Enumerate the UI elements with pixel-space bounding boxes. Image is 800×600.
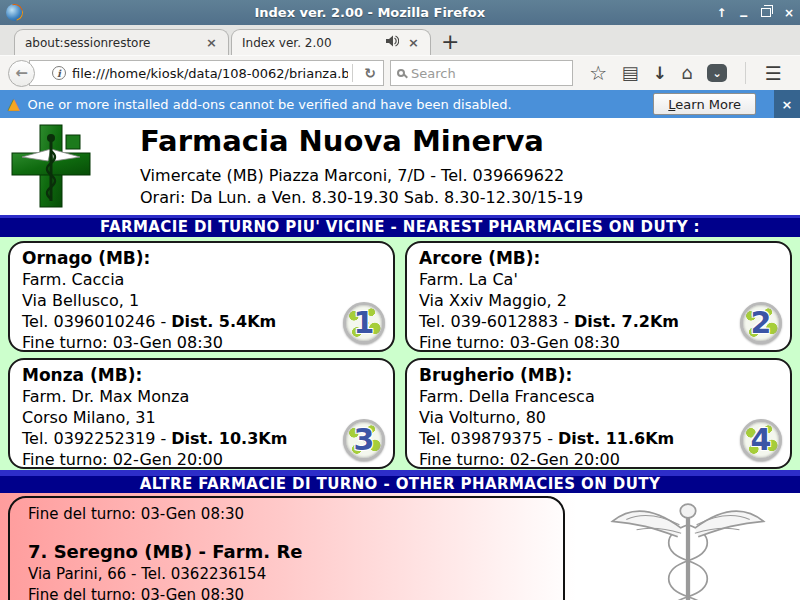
home-icon[interactable]: ⌂	[681, 64, 692, 82]
bookmarks-list-icon[interactable]: ▤	[622, 64, 639, 82]
close-window-icon[interactable]: ×	[784, 7, 794, 19]
firefox-window: Index ver. 2.00 - Mozilla Firefox ↑ ‒ × …	[0, 0, 800, 600]
pharmacy-card-4[interactable]: Brugherio (MB): Farm. Della Francesca Vi…	[405, 358, 792, 469]
shade-window-icon[interactable]: ↑	[717, 7, 727, 19]
card-tel-dist: Tel. 039879375 - Dist. 11.6Km	[419, 428, 778, 449]
other-pharmacies-banner: ALTRE FARMACIE DI TURNO - OTHER PHARMACI…	[0, 473, 800, 493]
pharmacy-card-1[interactable]: Ornago (MB): Farm. Caccia Via Bellusco, …	[8, 241, 395, 352]
page-info-icon[interactable]: i	[52, 66, 66, 80]
pharmacy-hours: Orari: Da Lun. a Ven. 8.30-19.30 Sab. 8.…	[140, 188, 583, 207]
card-distance: Dist. 10.3Km	[171, 429, 287, 448]
card-street: Via Volturno, 80	[419, 407, 778, 428]
card-distance: Dist. 5.4Km	[171, 312, 276, 331]
pharmacy-header: Farmacia Nuova Minerva Vimercate (MB) Pi…	[0, 118, 800, 215]
tab-label: about:sessionrestore	[25, 36, 151, 50]
warning-icon: ▲	[8, 97, 20, 112]
card-street: Corso Milano, 31	[22, 407, 381, 428]
card-end-turn: Fine turno: 03-Gen 08:30	[419, 332, 778, 352]
tab-index-active[interactable]: Index ver. 2.00 ×	[231, 29, 431, 55]
other-entry-title: 7. Seregno (MB) - Farm. Re	[28, 540, 545, 564]
card-tel-dist: Tel. 0392252319 - Dist. 10.3Km	[22, 428, 381, 449]
notification-text: One or more installed add-ons cannot be …	[28, 97, 646, 112]
reload-icon[interactable]: ↻	[357, 65, 383, 81]
menu-hamburger-icon[interactable]: ☰	[765, 62, 782, 84]
rank-badge: 1	[343, 302, 385, 344]
nearest-pharmacies-banner: FARMACIE DI TURNO PIU' VICINE - NEAREST …	[0, 215, 800, 237]
rank-badge: 2	[740, 302, 782, 344]
firefox-icon	[6, 4, 23, 21]
card-tel-dist: Tel. 039-6012883 - Dist. 7.2Km	[419, 311, 778, 332]
urlbar-divider	[352, 64, 353, 82]
search-input[interactable]: Search	[390, 60, 573, 86]
card-end-turn: Fine turno: 02-Gen 20:00	[419, 449, 778, 469]
card-end-turn: Fine turno: 03-Gen 08:30	[22, 332, 381, 352]
url-bar[interactable]: i file:///home/kiosk/data/108-0062/brian…	[29, 60, 384, 86]
pocket-icon[interactable]: ⌄	[707, 64, 727, 82]
new-tab-button[interactable]: +	[431, 31, 469, 55]
card-distance: Dist. 7.2Km	[574, 312, 679, 331]
pharmacy-cross-logo	[10, 123, 92, 209]
card-city: Monza (MB):	[22, 364, 381, 386]
restore-window-icon[interactable]	[761, 8, 771, 17]
search-placeholder: Search	[411, 66, 456, 81]
window-title: Index ver. 2.00 - Mozilla Firefox	[23, 5, 717, 20]
tab-label: Index ver. 2.00	[242, 36, 332, 50]
addon-notification-bar: ▲ One or more installed add-ons cannot b…	[0, 90, 800, 118]
card-city: Arcore (MB):	[419, 247, 778, 269]
card-end-turn: Fine turno: 02-Gen 20:00	[22, 449, 381, 469]
nearest-pharmacies-section: Ornago (MB): Farm. Caccia Via Bellusco, …	[0, 237, 800, 470]
back-button[interactable]: ←	[8, 60, 35, 87]
pharmacy-address: Vimercate (MB) Piazza Marconi, 7/D - Tel…	[140, 166, 564, 185]
card-city: Ornago (MB):	[22, 247, 381, 269]
rank-badge: 4	[740, 419, 782, 461]
card-street: Via Bellusco, 1	[22, 290, 381, 311]
tab-strip: about:sessionrestore × Index ver. 2.00 ×…	[0, 25, 800, 55]
card-tel-dist: Tel. 0396010246 - Dist. 5.4Km	[22, 311, 381, 332]
other-pharmacies-card: Fine del turno: 03-Gen 08:30 7. Seregno …	[8, 496, 565, 600]
learn-more-label: Learn More	[668, 97, 741, 112]
tab-audio-icon[interactable]	[386, 35, 399, 50]
previous-end-turn: Fine del turno: 03-Gen 08:30	[28, 504, 545, 524]
notification-close-icon[interactable]: ×	[774, 90, 800, 118]
tab-session-restore[interactable]: about:sessionrestore ×	[14, 29, 229, 55]
pharmacy-title: Farmacia Nuova Minerva	[140, 124, 544, 158]
card-pharmacy: Farm. Caccia	[22, 269, 381, 290]
card-distance: Dist. 11.6Km	[558, 429, 674, 448]
tab-close-icon[interactable]: ×	[407, 35, 420, 50]
caduceus-icon	[588, 499, 788, 600]
pharmacy-card-3[interactable]: Monza (MB): Farm. Dr. Max Monza Corso Mi…	[8, 358, 395, 469]
card-pharmacy: Farm. La Ca'	[419, 269, 778, 290]
other-entry-street: Via Parini, 66 - Tel. 0362236154	[28, 564, 545, 585]
rank-badge: 3	[343, 419, 385, 461]
minimize-window-icon[interactable]: ‒	[740, 10, 748, 22]
navigation-toolbar: ← i file:///home/kiosk/data/108-0062/bri…	[0, 55, 800, 90]
toolbar-divider	[745, 62, 746, 84]
bookmark-star-icon[interactable]: ☆	[589, 63, 607, 83]
card-pharmacy: Farm. Della Francesca	[419, 386, 778, 407]
other-pharmacies-section: Fine del turno: 03-Gen 08:30 7. Seregno …	[0, 493, 800, 600]
url-text[interactable]: file:///home/kiosk/data/108-0062/brianza…	[72, 66, 348, 81]
learn-more-button[interactable]: Learn More	[653, 93, 756, 115]
pharmacy-card-2[interactable]: Arcore (MB): Farm. La Ca' Via Xxiv Maggi…	[405, 241, 792, 352]
tab-close-icon[interactable]: ×	[205, 35, 218, 50]
search-icon	[397, 69, 405, 77]
card-city: Brugherio (MB):	[419, 364, 778, 386]
card-pharmacy: Farm. Dr. Max Monza	[22, 386, 381, 407]
window-titlebar[interactable]: Index ver. 2.00 - Mozilla Firefox ↑ ‒ ×	[0, 0, 800, 25]
downloads-icon[interactable]: ↓	[653, 65, 667, 82]
card-street: Via Xxiv Maggio, 2	[419, 290, 778, 311]
other-entry-end: Fine del turno: 03-Gen 08:30	[28, 585, 545, 600]
